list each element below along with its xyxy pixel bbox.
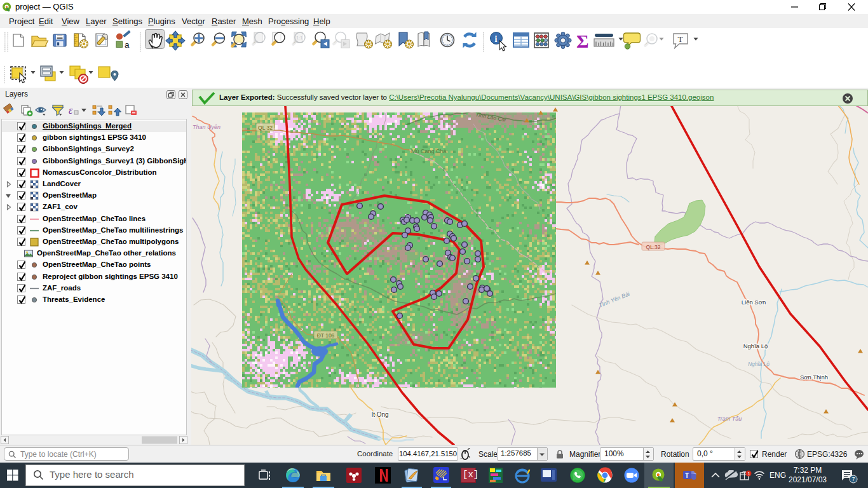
svg-text:It Ong: It Ong bbox=[371, 411, 388, 418]
svg-text:T: T bbox=[678, 34, 684, 44]
svg-text:QL.32: QL.32 bbox=[646, 244, 660, 250]
svg-text:Σ: Σ bbox=[576, 30, 589, 51]
svg-text:Than Uyên: Than Uyên bbox=[193, 124, 220, 130]
svg-text:ε: ε bbox=[69, 105, 73, 116]
svg-text:T: T bbox=[685, 472, 689, 479]
svg-text:i: i bbox=[495, 34, 498, 44]
svg-text:Sơn Thịnh: Sơn Thịnh bbox=[800, 374, 828, 381]
svg-text:Nghĩa Lộ: Nghĩa Lộ bbox=[748, 361, 770, 367]
svg-text:7: 7 bbox=[852, 476, 855, 482]
svg-text:Nghĩa Lộ: Nghĩa Lộ bbox=[743, 342, 768, 349]
svg-text:Liên Sơn: Liên Sơn bbox=[742, 299, 766, 306]
svg-text:1:1: 1:1 bbox=[296, 35, 302, 41]
svg-text:1: 1 bbox=[747, 471, 750, 477]
svg-text:Mù Cang Chải: Mù Cang Chải bbox=[411, 148, 448, 154]
svg-text:Trạm Tấu: Trạm Tấu bbox=[717, 416, 742, 422]
svg-text:QL 32: QL 32 bbox=[258, 125, 273, 131]
svg-text:ĐT 106: ĐT 106 bbox=[317, 332, 335, 339]
svg-text:a: a bbox=[125, 40, 130, 50]
